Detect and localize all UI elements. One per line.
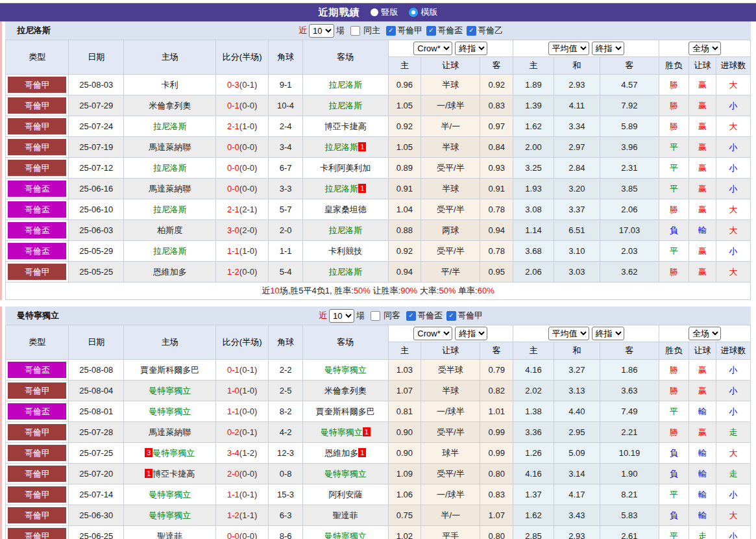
home-team-cell: 馬達萊納聯: [124, 137, 216, 158]
corner-cell: 6-7: [269, 158, 303, 179]
games-label: 場: [356, 310, 365, 321]
league-checkbox[interactable]: ✓: [406, 311, 416, 321]
team-name-text: 米倫拿列奧: [324, 386, 367, 395]
team-name-text: 拉尼洛斯: [324, 142, 358, 152]
col-header-avg-away: 客: [600, 342, 659, 360]
col-header-result-handicap: 让球: [689, 57, 716, 75]
team-name-text: 拉尼洛斯: [153, 205, 187, 214]
result-handicap-cell: 赢: [689, 137, 716, 158]
col-header-date: 日期: [69, 40, 124, 75]
red-card-badge: 1: [363, 427, 371, 436]
final-index-select[interactable]: 終指: [455, 327, 487, 340]
same-venue-label: 同主: [363, 25, 380, 36]
odds-home-cell: 0.75: [388, 505, 421, 526]
recent-label: 近: [299, 25, 307, 36]
odds-home-cell: 1.09: [388, 464, 421, 484]
final-index-select-2[interactable]: 終指: [592, 42, 624, 55]
team-name-text: 馬達萊納聯: [149, 427, 191, 437]
odds-away-cell: 0.84: [480, 137, 513, 158]
avg-draw-cell: 3.43: [554, 505, 600, 526]
radio-vertical-icon[interactable]: [371, 8, 378, 16]
avg-home-cell: 2.06: [513, 262, 554, 282]
league-type-cell: 哥倫甲: [6, 158, 69, 179]
avg-draw-cell: 2.93: [554, 75, 600, 95]
league-checkbox[interactable]: ✓: [446, 311, 456, 321]
final-index-select[interactable]: 終指: [455, 42, 487, 55]
league-checkbox[interactable]: ✓: [386, 26, 396, 36]
scope-select[interactable]: 全场: [689, 42, 721, 55]
date-cell: 25-05-29: [69, 241, 124, 262]
league-badge: 哥倫盃: [8, 201, 66, 218]
scope-select[interactable]: 全场: [689, 327, 721, 340]
col-header-odds-handicap: 让球: [421, 57, 480, 75]
odds-handicap-cell: 半球: [421, 75, 480, 95]
result-goals-cell: 小: [716, 241, 751, 262]
radio-horizontal-icon[interactable]: [409, 8, 418, 17]
league-type-cell: 哥倫甲: [6, 484, 69, 505]
avg-draw-cell: 2.93: [554, 526, 600, 539]
avg-draw-cell: 4.11: [554, 95, 600, 116]
col-header-date: 日期: [69, 325, 124, 360]
result-wdl-cell: 勝: [659, 75, 689, 95]
col-header-avg-away: 客: [600, 57, 659, 75]
result-wdl-cell: 平: [659, 241, 689, 262]
avg-away-cell: 2.03: [600, 241, 659, 262]
same-venue-checkbox[interactable]: [350, 26, 360, 36]
avg-home-cell: 2.02: [513, 381, 554, 401]
date-cell: 25-07-29: [69, 95, 124, 116]
avg-home-cell: 3.36: [513, 422, 554, 443]
match-row: 哥倫盃25-06-03柏斯度3-0(2-0)2-0拉尼洛斯0.88两球0.941…: [6, 220, 751, 241]
away-team-cell: 拉尼洛斯1: [302, 179, 388, 199]
summary-text: 近10场,胜5平4负1, 胜率:50% 让胜率:90% 大率:50% 单率:60…: [6, 282, 751, 300]
team-name-text: 皇家桑坦德: [324, 205, 367, 214]
same-venue-label: 同客: [384, 310, 400, 321]
col-header-home: 主场: [124, 325, 216, 360]
date-cell: 25-07-28: [69, 422, 124, 443]
home-team-cell: 聖達菲: [124, 526, 216, 539]
result-goals-cell: 小: [716, 381, 751, 401]
red-card-badge: 1: [358, 184, 366, 193]
result-goals-cell: 大: [716, 75, 751, 95]
average-select[interactable]: 平均值: [548, 42, 589, 55]
odds-away-cell: 1.01: [480, 401, 513, 422]
league-badge: 哥倫甲: [8, 118, 66, 134]
layout-radio-vertical[interactable]: 豎版: [371, 6, 398, 18]
odds-source-select[interactable]: Crow*: [413, 327, 452, 340]
col-header-score: 比分(半场): [216, 325, 269, 360]
odds-away-cell: 0.80: [480, 464, 513, 484]
avg-away-cell: 2.21: [600, 422, 659, 443]
odds-source-select[interactable]: Crow*: [413, 42, 452, 55]
result-handicap-cell: 輸: [689, 484, 716, 505]
match-row: 哥倫盃25-05-29拉尼洛斯1-1(1-0)1-1卡利競技0.92受平/半0.…: [6, 241, 751, 262]
col-header-odds-away: 客: [480, 57, 513, 75]
team-name-text: 曼特寧獨立: [324, 365, 367, 375]
col-header-result-wdl: 胜负: [659, 342, 689, 360]
avg-draw-cell: 6.51: [554, 220, 600, 241]
avg-away-cell: 3.62: [600, 262, 659, 282]
corner-cell: 6-3: [269, 505, 303, 526]
odds-home-cell: 0.92: [388, 241, 421, 262]
score-cell: 2-0(0-0): [216, 464, 269, 484]
result-goals-cell: 小: [716, 484, 751, 505]
league-checkbox[interactable]: ✓: [426, 26, 436, 36]
layout-radio-horizontal[interactable]: 橫版: [409, 6, 438, 18]
average-select[interactable]: 平均值: [548, 327, 589, 340]
result-handicap-cell: 赢: [689, 241, 716, 262]
recent-count-select[interactable]: 10: [329, 309, 354, 323]
team-name-text: 拉尼洛斯: [328, 225, 362, 235]
league-checkbox[interactable]: ✓: [467, 26, 476, 36]
league-badge: 哥倫甲: [8, 77, 66, 93]
team-name-text: 拉尼洛斯: [328, 101, 362, 110]
same-venue-checkbox[interactable]: [371, 311, 380, 321]
away-team-cell: 曼特寧獨立: [302, 526, 388, 539]
recent-count-select[interactable]: 10: [309, 24, 334, 38]
final-index-select-2[interactable]: 終指: [592, 327, 624, 340]
avg-draw-cell: 3.27: [554, 360, 600, 381]
match-row: 哥倫甲25-05-25恩維加多1-2(0-0)5-4拉尼洛斯0.94平/半0.9…: [6, 262, 751, 282]
team-name-text: 恩維加多: [324, 448, 358, 458]
away-team-cell: 拉尼洛斯: [302, 75, 388, 95]
odds-handicap-cell: 受平/半: [421, 464, 480, 484]
away-team-cell: 曼特寧獨立1: [302, 422, 388, 443]
avg-away-cell: 1.86: [600, 360, 659, 381]
radio-vertical-label: 豎版: [382, 6, 398, 18]
